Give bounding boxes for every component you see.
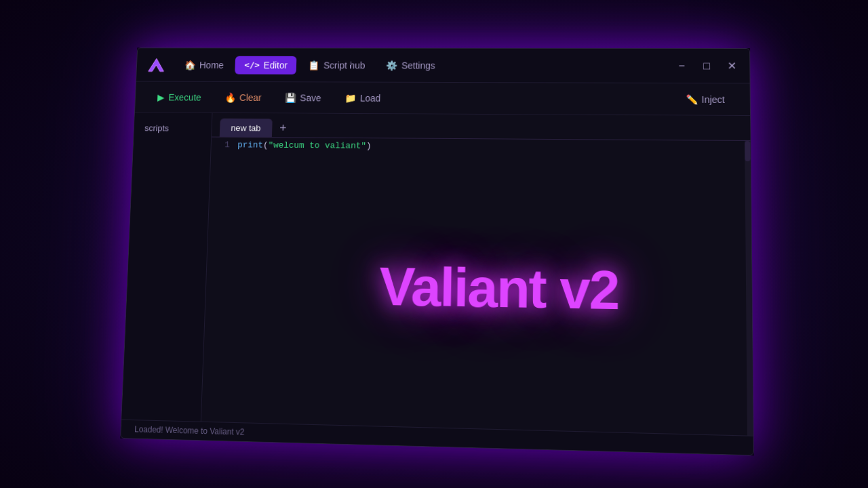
inject-icon: ✏️ — [686, 94, 697, 104]
line-number-1: 1 — [211, 140, 237, 150]
nav-settings[interactable]: ⚙️ Settings — [377, 56, 445, 75]
add-tab-button[interactable]: + — [274, 119, 292, 136]
window-controls: − □ ✕ — [672, 58, 741, 73]
watermark-text: Valiant v2 — [378, 256, 618, 323]
load-label: Load — [360, 93, 381, 104]
code-content-1: print("welcum to valiant") — [237, 140, 372, 151]
clear-icon: 🔥 — [224, 92, 236, 102]
scripts-panel: scripts — [121, 113, 212, 421]
scrollbar-thumb[interactable] — [745, 141, 751, 161]
window-frame: 🏠 Home </> Editor 📋 Script hub ⚙️ Settin… — [120, 47, 754, 455]
nav-settings-label: Settings — [401, 60, 435, 70]
tab-new-tab[interactable]: new tab — [220, 119, 273, 138]
execute-icon: ▶ — [157, 92, 165, 102]
nav-scripthub-label: Script hub — [323, 60, 366, 70]
code-area[interactable]: 1 print("welcum to valiant") Valiant v2 — [201, 137, 753, 436]
inject-button[interactable]: ✏️ Inject — [675, 89, 736, 108]
inject-label: Inject — [702, 94, 725, 104]
clear-label: Clear — [239, 92, 262, 103]
execute-button[interactable]: ▶ Execute — [148, 88, 210, 106]
titlebar: 🏠 Home </> Editor 📋 Script hub ⚙️ Settin… — [136, 48, 750, 83]
nav-home[interactable]: 🏠 Home — [175, 56, 233, 74]
nav-scripthub[interactable]: 📋 Script hub — [299, 56, 374, 74]
tabs-bar: new tab + — [212, 113, 750, 140]
execute-label: Execute — [168, 92, 201, 102]
maximize-button[interactable]: □ — [697, 58, 717, 73]
editor-area: scripts new tab + 1 print("welcum to val… — [121, 113, 753, 435]
nav-home-label: Home — [199, 60, 224, 70]
svg-marker-0 — [149, 58, 165, 71]
settings-icon: ⚙️ — [386, 60, 397, 70]
clear-button[interactable]: 🔥 Clear — [215, 88, 271, 106]
scrollbar-track[interactable] — [745, 141, 753, 436]
close-button[interactable]: ✕ — [722, 58, 741, 73]
load-icon: 📁 — [344, 92, 356, 103]
minimize-button[interactable]: − — [672, 58, 692, 73]
save-label: Save — [300, 92, 321, 103]
home-icon: 🏠 — [184, 60, 196, 70]
editor-icon: </> — [244, 60, 260, 70]
code-string: "welcum to valiant" — [268, 140, 366, 151]
save-icon: 💾 — [285, 92, 296, 102]
scripts-label: scripts — [140, 121, 205, 136]
scripthub-icon: 📋 — [309, 60, 320, 70]
code-line-1: 1 print("welcum to valiant") — [211, 138, 750, 157]
code-function: print — [237, 140, 263, 150]
application-window: 🏠 Home </> Editor 📋 Script hub ⚙️ Settin… — [120, 47, 754, 455]
save-button[interactable]: 💾 Save — [275, 88, 330, 106]
load-button[interactable]: 📁 Load — [335, 89, 390, 107]
status-text: Loaded! Welcome to Valiant v2 — [134, 424, 245, 436]
app-logo — [144, 53, 169, 76]
nav-editor-label: Editor — [263, 60, 288, 70]
nav-editor[interactable]: </> Editor — [235, 56, 297, 74]
toolbar: ▶ Execute 🔥 Clear 💾 Save 📁 Load ✏️ Injec… — [135, 82, 750, 117]
editor-main: new tab + 1 print("welcum to valiant") V… — [201, 113, 753, 436]
